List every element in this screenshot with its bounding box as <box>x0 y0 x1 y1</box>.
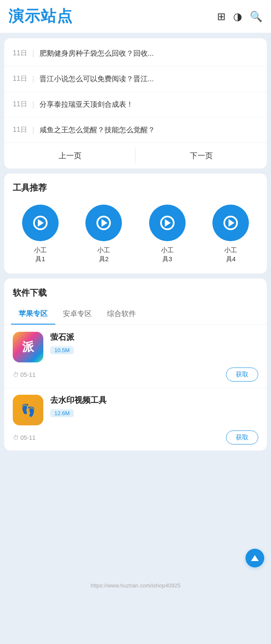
clock-icon: ⏱ <box>13 434 19 441</box>
tab-综合软件[interactable]: 综合软件 <box>99 303 144 325</box>
news-item[interactable]: 11日 | 肥鹅健身房种子袋怎么回收？回收... <box>4 41 267 66</box>
tool-icon-wrap <box>22 205 59 241</box>
tools-grid: 小工具1 小工具2 小工具3 小工具4 <box>4 198 267 274</box>
news-date: 11日 <box>13 49 28 58</box>
app-size-badge: 12.6M <box>50 409 74 417</box>
news-text: 肥鹅健身房种子袋怎么回收？回收... <box>40 48 258 58</box>
app-size-badge: 10.5M <box>50 346 74 354</box>
play-icon <box>102 219 107 227</box>
app-top-row: 👣 去水印视频工具 12.6M <box>13 395 258 425</box>
news-list: 11日 | 肥鹅健身房种子袋怎么回收？回收... 11日 | 晋江小说怎么可以免… <box>4 38 267 142</box>
news-date: 11日 <box>13 74 28 83</box>
app-info: 去水印视频工具 12.6M <box>50 395 258 417</box>
news-divider: | <box>32 100 34 109</box>
app-icon: 👣 <box>13 395 43 425</box>
play-icon <box>38 219 44 227</box>
play-icon <box>165 219 171 227</box>
tool-label: 小工具2 <box>97 245 110 263</box>
header-icon-group: ⊞ ◑ 🔍 <box>217 11 263 23</box>
news-text: 晋江小说怎么可以免费阅读？晋江... <box>40 74 258 84</box>
tool-item-3[interactable]: 小工具3 <box>149 205 186 263</box>
tool-item-4[interactable]: 小工具4 <box>212 205 249 263</box>
tool-icon-inner <box>96 216 111 230</box>
tools-section-title: 工具推荐 <box>4 174 267 198</box>
news-card: 11日 | 肥鹅健身房种子袋怎么回收？回收... 11日 | 晋江小说怎么可以免… <box>4 38 267 168</box>
get-button[interactable]: 获取 <box>226 368 258 382</box>
app-info: 萤石派 10.5M <box>50 332 258 354</box>
app-item-1: 派 萤石派 10.5M ⏱ 05-11 获取 <box>4 325 267 388</box>
app-icon: 派 <box>13 332 43 362</box>
tool-label: 小工具4 <box>224 245 237 263</box>
play-icon <box>229 219 234 227</box>
tool-icon-inner <box>223 216 238 230</box>
next-page-button[interactable]: 下一页 <box>136 143 267 168</box>
tool-label: 小工具1 <box>34 245 47 263</box>
apps-list: 派 萤石派 10.5M ⏱ 05-11 获取 👣 去水印视频工具 12.6M ⏱ <box>4 325 267 450</box>
app-date: ⏱ 05-11 <box>13 371 36 378</box>
app-item-2: 👣 去水印视频工具 12.6M ⏱ 05-11 获取 <box>4 388 267 450</box>
scroll-top-arrow-icon <box>251 555 259 561</box>
tool-icon-wrap <box>149 205 186 241</box>
contrast-icon[interactable]: ◑ <box>233 11 242 23</box>
app-name: 去水印视频工具 <box>50 395 258 406</box>
pagination: 上一页 下一页 <box>4 142 267 168</box>
software-section-title: 软件下载 <box>4 279 267 303</box>
tools-card: 工具推荐 小工具1 小工具2 小工具3 小工具4 <box>4 174 267 274</box>
app-name: 萤石派 <box>50 332 258 343</box>
news-divider: | <box>32 125 34 134</box>
tool-icon-wrap <box>85 205 122 241</box>
news-item[interactable]: 11日 | 分享泰拉瑞亚天顶剑合成表！ <box>4 92 267 117</box>
app-top-row: 派 萤石派 10.5M <box>13 332 258 362</box>
clock-icon: ⏱ <box>13 371 19 378</box>
get-button[interactable]: 获取 <box>226 430 258 445</box>
grid-icon[interactable]: ⊞ <box>217 11 226 23</box>
header: 演示站点 ⊞ ◑ 🔍 <box>0 0 271 33</box>
news-text: 分享泰拉瑞亚天顶剑合成表！ <box>40 100 258 109</box>
tab-苹果专区[interactable]: 苹果专区 <box>11 303 55 325</box>
tool-item-2[interactable]: 小工具2 <box>85 205 122 263</box>
tab-安卓专区[interactable]: 安卓专区 <box>55 303 99 325</box>
news-date: 11日 <box>13 100 28 109</box>
news-date: 11日 <box>13 125 28 134</box>
app-bottom-row: ⏱ 05-11 获取 <box>13 362 258 388</box>
watermark: https://www.huzhan.com/ishop40925 <box>0 582 271 589</box>
software-card: 软件下载 苹果专区安卓专区综合软件 派 萤石派 10.5M ⏱ 05-11 获取… <box>4 279 267 450</box>
news-item[interactable]: 11日 | 晋江小说怎么可以免费阅读？晋江... <box>4 66 267 92</box>
tool-icon-wrap <box>212 205 249 241</box>
news-divider: | <box>32 74 34 83</box>
scroll-top-button[interactable] <box>246 549 264 567</box>
search-icon[interactable]: 🔍 <box>250 11 263 23</box>
software-tabs: 苹果专区安卓专区综合软件 <box>4 303 267 325</box>
tool-item-1[interactable]: 小工具1 <box>22 205 59 263</box>
tool-icon-inner <box>160 216 175 230</box>
news-text: 咸鱼之王怎么觉醒？技能怎么觉醒？ <box>40 125 258 135</box>
app-bottom-row: ⏱ 05-11 获取 <box>13 425 258 450</box>
prev-page-button[interactable]: 上一页 <box>4 143 136 168</box>
site-title: 演示站点 <box>8 6 73 27</box>
news-divider: | <box>32 49 34 58</box>
app-date: ⏱ 05-11 <box>13 434 36 441</box>
tool-label: 小工具3 <box>161 245 174 263</box>
news-item[interactable]: 11日 | 咸鱼之王怎么觉醒？技能怎么觉醒？ <box>4 117 267 142</box>
tool-icon-inner <box>33 216 48 230</box>
